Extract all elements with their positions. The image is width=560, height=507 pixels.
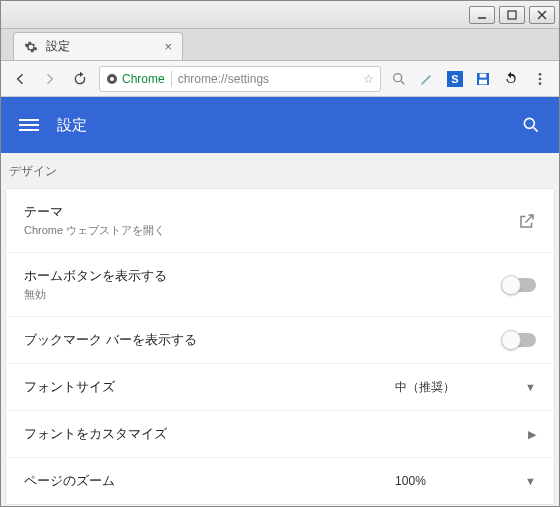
- page-zoom-row[interactable]: ページのズーム 100% ▼: [6, 458, 554, 504]
- back-button[interactable]: [9, 68, 31, 90]
- close-window-button[interactable]: [529, 6, 555, 24]
- customize-fonts-row[interactable]: フォントをカスタマイズ ▶: [6, 411, 554, 458]
- svg-point-6: [394, 73, 402, 81]
- svg-rect-10: [479, 79, 487, 84]
- browser-toolbar: Chrome chrome://settings ☆ S: [1, 61, 559, 97]
- svg-point-12: [539, 77, 542, 80]
- settings-content[interactable]: デザイン テーマ Chrome ウェブストアを開く ホームボタンを表示する 無効: [1, 153, 559, 506]
- zoom-value: 100%: [395, 474, 515, 488]
- menu-button[interactable]: [529, 68, 551, 90]
- browser-tab[interactable]: 設定 ×: [13, 32, 183, 60]
- tab-title: 設定: [46, 38, 70, 55]
- dropdown-icon[interactable]: ▼: [525, 381, 536, 393]
- svg-rect-9: [480, 73, 487, 77]
- url-text: chrome://settings: [178, 72, 269, 86]
- bookmark-star-icon[interactable]: ☆: [363, 72, 374, 86]
- close-tab-icon[interactable]: ×: [164, 39, 172, 54]
- svg-point-14: [524, 118, 534, 128]
- refresh-extension-icon[interactable]: [501, 69, 521, 89]
- search-extension-icon[interactable]: [389, 69, 409, 89]
- font-size-row[interactable]: フォントサイズ 中（推奨） ▼: [6, 364, 554, 411]
- svg-line-7: [401, 81, 404, 84]
- omnibox-divider: [171, 71, 172, 87]
- page-title: 設定: [57, 116, 87, 135]
- row-subtitle: 無効: [24, 287, 167, 302]
- save-disk-extension-icon[interactable]: [473, 69, 493, 89]
- maximize-button[interactable]: [499, 6, 525, 24]
- bookmarks-toggle[interactable]: [502, 333, 536, 347]
- hamburger-menu-icon[interactable]: [19, 115, 39, 135]
- svg-point-11: [539, 73, 542, 76]
- settings-search-icon[interactable]: [521, 115, 541, 135]
- external-link-icon[interactable]: [518, 212, 536, 230]
- blue-s-extension-icon[interactable]: S: [445, 69, 465, 89]
- chrome-icon: [106, 73, 118, 85]
- dropdown-icon[interactable]: ▼: [525, 475, 536, 487]
- design-card: テーマ Chrome ウェブストアを開く ホームボタンを表示する 無効: [5, 188, 555, 505]
- browser-window: 設定 × Chrome chrome://settings ☆: [0, 0, 560, 507]
- section-label: デザイン: [1, 153, 559, 188]
- row-title: フォントサイズ: [24, 378, 115, 396]
- theme-row[interactable]: テーマ Chrome ウェブストアを開く: [6, 189, 554, 253]
- pencil-extension-icon[interactable]: [417, 69, 437, 89]
- svg-point-13: [539, 82, 542, 85]
- svg-point-5: [110, 77, 114, 81]
- tab-strip: 設定 ×: [1, 29, 559, 61]
- chrome-badge: Chrome: [106, 72, 165, 86]
- row-title: ページのズーム: [24, 472, 115, 490]
- row-subtitle: Chrome ウェブストアを開く: [24, 223, 165, 238]
- font-size-value: 中（推奨）: [395, 379, 515, 396]
- address-bar[interactable]: Chrome chrome://settings ☆: [99, 66, 381, 92]
- settings-header: 設定: [1, 97, 559, 153]
- forward-button[interactable]: [39, 68, 61, 90]
- row-title: ブックマーク バーを表示する: [24, 331, 197, 349]
- row-title: ホームボタンを表示する: [24, 267, 167, 285]
- bookmarks-bar-row[interactable]: ブックマーク バーを表示する: [6, 317, 554, 364]
- reload-button[interactable]: [69, 68, 91, 90]
- gear-icon: [24, 40, 38, 54]
- chevron-right-icon[interactable]: ▶: [528, 428, 536, 441]
- svg-line-15: [534, 128, 538, 132]
- home-button-toggle[interactable]: [502, 278, 536, 292]
- row-title: テーマ: [24, 203, 165, 221]
- minimize-button[interactable]: [469, 6, 495, 24]
- os-titlebar: [1, 1, 559, 29]
- row-title: フォントをカスタマイズ: [24, 425, 167, 443]
- svg-rect-1: [508, 11, 516, 19]
- home-button-row[interactable]: ホームボタンを表示する 無効: [6, 253, 554, 317]
